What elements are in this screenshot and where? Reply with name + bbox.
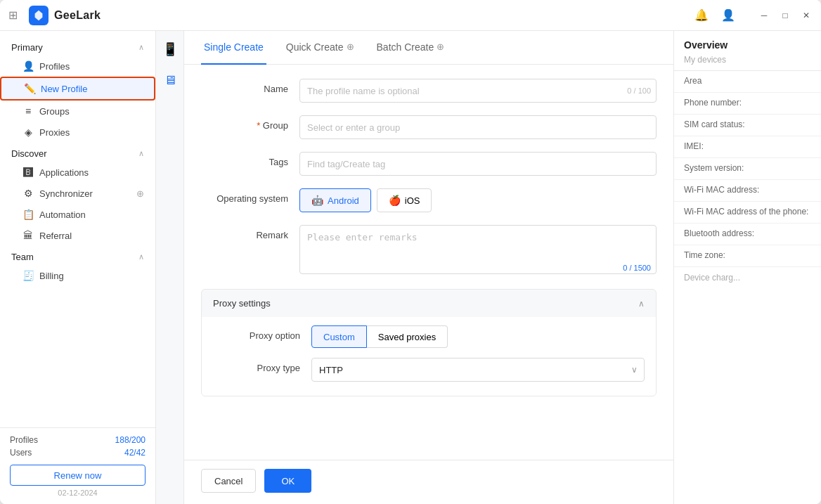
- sidebar-item-new-profile[interactable]: ✏️ New Profile: [0, 77, 155, 101]
- sidebar-item-profiles-label: Profiles: [39, 61, 70, 72]
- profiles-stat-value: 188/200: [115, 435, 146, 445]
- ok-button[interactable]: OK: [264, 469, 311, 493]
- proxy-type-row: Proxy type HTTP HTTPS SOCKS5 ∨: [213, 358, 645, 382]
- desktop-device-icon[interactable]: 🖥: [160, 70, 180, 90]
- new-profile-icon: ✏️: [24, 83, 35, 94]
- tags-input[interactable]: [299, 152, 657, 176]
- tab-bar: Single Create Quick Create ⊕ Batch Creat…: [184, 31, 673, 65]
- user-avatar-icon[interactable]: 👤: [721, 8, 735, 22]
- os-buttons: 🤖 Android 🍎 iOS: [299, 188, 657, 212]
- overview-field-sim: SIM card status:: [674, 115, 821, 136]
- content-area: Single Create Quick Create ⊕ Batch Creat…: [184, 31, 673, 504]
- window-buttons: ─ □ ✕: [758, 9, 813, 22]
- close-button[interactable]: ✕: [800, 9, 813, 22]
- action-bar: Cancel OK: [184, 460, 673, 504]
- overview-phone-label: Phone number:: [684, 98, 811, 108]
- tab-batch-create-label: Batch Create: [377, 41, 434, 53]
- synchronizer-badge: ⊕: [136, 188, 144, 199]
- proxy-type-control: HTTP HTTPS SOCKS5 ∨: [311, 358, 645, 382]
- sidebar-section-primary[interactable]: Primary ∧: [0, 37, 155, 56]
- overview-field-system: System version:: [674, 158, 821, 180]
- sidebar-item-applications-label: Applications: [39, 167, 89, 178]
- maximize-button[interactable]: □: [779, 9, 791, 22]
- form-area: Name 0 / 100 Group Tags: [184, 65, 673, 460]
- custom-proxy-button[interactable]: Custom: [311, 325, 367, 348]
- overview-area-label: Area: [684, 76, 811, 86]
- logo-icon: [32, 9, 45, 22]
- proxy-option-row: Proxy option Custom Saved proxies: [213, 325, 645, 348]
- remark-control: 0 / 1500: [299, 225, 657, 276]
- sidebar-footer: Profiles 188/200 Users 42/42 Renew now 0…: [0, 427, 155, 504]
- sidebar-item-proxies-label: Proxies: [39, 127, 70, 138]
- proxy-settings-header[interactable]: Proxy settings: [202, 290, 656, 317]
- notification-icon[interactable]: 🔔: [694, 8, 709, 22]
- batch-create-icon: ⊕: [437, 41, 444, 52]
- tab-batch-create[interactable]: Batch Create ⊕: [374, 31, 448, 65]
- mobile-device-icon[interactable]: 📱: [160, 39, 180, 59]
- sidebar-section-team[interactable]: Team ∧: [0, 246, 155, 265]
- proxy-settings-chevron-icon: [638, 298, 645, 309]
- group-control: [299, 115, 657, 139]
- proxy-type-select[interactable]: HTTP HTTPS SOCKS5: [311, 358, 645, 382]
- saved-proxies-button[interactable]: Saved proxies: [367, 325, 448, 348]
- android-label: Android: [328, 195, 359, 206]
- sidebar-item-proxies[interactable]: ◈ Proxies: [0, 122, 155, 143]
- renew-now-button[interactable]: Renew now: [10, 465, 146, 486]
- sidebar-item-profiles[interactable]: 👤 Profiles: [0, 56, 155, 77]
- proxy-option-label: Proxy option: [213, 325, 311, 341]
- tab-quick-create[interactable]: Quick Create ⊕: [283, 31, 357, 65]
- overview-field-bluetooth: Bluetooth address:: [674, 224, 821, 245]
- groups-icon: ≡: [22, 105, 34, 117]
- overview-subheader: My devices: [674, 55, 821, 71]
- tags-label: Tags: [201, 152, 299, 167]
- name-row: Name 0 / 100: [201, 79, 657, 103]
- group-input[interactable]: [299, 115, 657, 139]
- proxies-icon: ◈: [22, 127, 34, 138]
- sidebar-item-automation[interactable]: 📋 Automation: [0, 204, 155, 225]
- app-logo: [29, 6, 49, 25]
- sidebar-section-team-label: Team: [11, 252, 34, 262]
- tags-control: [299, 152, 657, 176]
- cancel-button[interactable]: Cancel: [201, 469, 256, 493]
- discover-chevron-icon: ∧: [138, 149, 144, 158]
- sidebar-section-discover[interactable]: Discover ∧: [0, 143, 155, 162]
- sidebar-item-groups[interactable]: ≡ Groups: [0, 101, 155, 122]
- quick-create-icon: ⊕: [347, 41, 354, 52]
- ios-label: iOS: [405, 195, 420, 206]
- overview-footer: Device charg...: [674, 267, 821, 288]
- name-input[interactable]: [299, 79, 657, 103]
- remark-input[interactable]: [299, 225, 657, 274]
- sidebar-toggle-icon[interactable]: ⊞: [8, 8, 18, 22]
- sidebar-item-referral-label: Referral: [39, 231, 72, 241]
- remark-row: Remark 0 / 1500: [201, 225, 657, 276]
- sidebar-item-applications[interactable]: 🅱 Applications: [0, 162, 155, 183]
- sidebar-item-referral[interactable]: 🏛 Referral: [0, 225, 155, 246]
- tab-quick-create-label: Quick Create: [286, 41, 344, 53]
- ios-icon: 🍎: [389, 195, 401, 206]
- overview-wifi-mac-phone-label: Wi-Fi MAC address of the phone:: [684, 207, 811, 217]
- tab-single-create-label: Single Create: [204, 41, 264, 53]
- primary-chevron-icon: ∧: [138, 43, 144, 52]
- sidebar-item-billing[interactable]: 🧾 Billing: [0, 265, 155, 286]
- ios-button[interactable]: 🍎 iOS: [377, 188, 432, 212]
- users-stat-value: 42/42: [124, 448, 146, 458]
- os-row: Operating system 🤖 Android 🍎 iOS: [201, 188, 657, 212]
- billing-icon: 🧾: [22, 270, 34, 281]
- os-label: Operating system: [201, 188, 299, 204]
- overview-panel: Overview My devices Area Phone number: S…: [673, 31, 821, 504]
- sidebar-item-synchronizer[interactable]: ⚙ Synchronizer ⊕: [0, 183, 155, 204]
- minimize-button[interactable]: ─: [758, 9, 770, 22]
- sidebar-section-primary-label: Primary: [11, 42, 43, 53]
- sidebar-item-groups-label: Groups: [39, 106, 70, 117]
- overview-sim-label: SIM card status:: [684, 119, 811, 129]
- overview-field-timezone: Time zone:: [674, 245, 821, 267]
- team-chevron-icon: ∧: [138, 252, 144, 261]
- overview-field-imei: IMEI:: [674, 136, 821, 158]
- footer-stats: Profiles 188/200: [10, 435, 146, 445]
- tab-single-create[interactable]: Single Create: [201, 31, 266, 65]
- sidebar-item-new-profile-label: New Profile: [41, 84, 87, 94]
- name-control: 0 / 100: [299, 79, 657, 103]
- proxy-settings-label: Proxy settings: [213, 298, 271, 309]
- android-button[interactable]: 🤖 Android: [299, 188, 371, 212]
- overview-system-label: System version:: [684, 163, 811, 173]
